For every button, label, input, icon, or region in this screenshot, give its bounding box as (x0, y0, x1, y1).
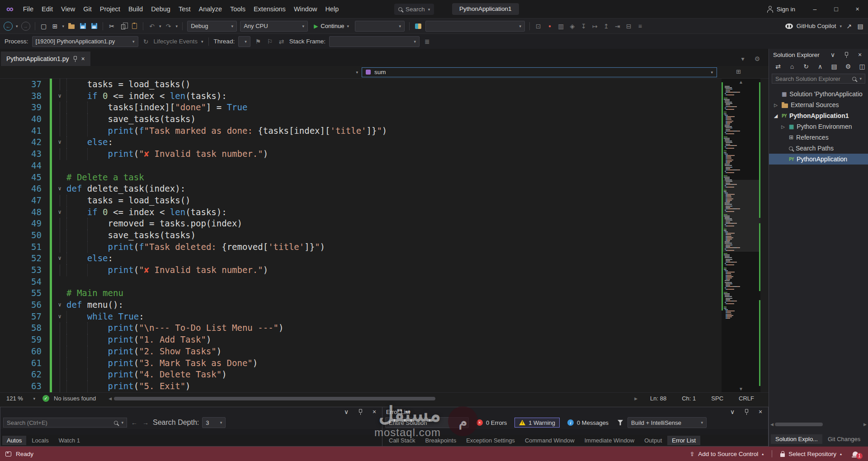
code-text[interactable]: print(f"Task marked as done: {tasks[inde… (66, 125, 719, 137)
scrollbar-thumb[interactable] (775, 423, 823, 426)
tab-pythonapplication1-py[interactable]: PythonApplication1.py × (1, 52, 90, 66)
code-line[interactable]: 59print("1. Add Task") (0, 334, 719, 346)
step-over-icon[interactable]: ↦ (591, 21, 599, 31)
notifications-button[interactable]: 1 (853, 452, 858, 456)
line-number[interactable]: 58 (0, 322, 50, 334)
expander-closed-icon[interactable]: ▷ (773, 103, 779, 108)
split-editor-icon[interactable]: ⊞ (736, 68, 741, 75)
scrollbar-thumb[interactable] (114, 397, 435, 400)
tree-item[interactable]: ▷External Sources (769, 99, 868, 110)
panel-tab-locals[interactable]: Locals (27, 436, 53, 445)
line-number[interactable]: 61 (0, 358, 50, 369)
line-number[interactable]: 40 (0, 113, 50, 125)
continue-button[interactable]: ▶ Continue ▾ (311, 23, 352, 29)
menu-test[interactable]: Test (175, 5, 195, 13)
toolbar-options-icon[interactable]: ≣ (423, 37, 431, 47)
panel-tab-output[interactable]: Output (640, 436, 666, 445)
menu-analyze[interactable]: Analyze (194, 5, 226, 13)
minimize-button[interactable]: – (804, 0, 826, 18)
panel-tab-breakpoints[interactable]: Breakpoints (421, 436, 461, 445)
code-line[interactable]: 37tasks = load_tasks() (0, 79, 719, 90)
search-forward-icon[interactable]: → (142, 418, 150, 428)
redo-dropdown-icon[interactable]: ▾ (176, 24, 178, 28)
autos-search-input[interactable]: Search (Ctrl+E) ▾ (3, 418, 127, 428)
code-text[interactable]: if 0 <= index < len(tasks): (66, 90, 719, 102)
undo-icon[interactable]: ↶ (148, 21, 156, 31)
add-item-dropdown-icon[interactable]: ▾ (62, 24, 65, 28)
stack-frame-dropdown[interactable]: ▾ (329, 36, 420, 47)
menu-build[interactable]: Build (124, 5, 147, 13)
error-source-dropdown[interactable]: Build + IntelliSense▾ (627, 417, 707, 428)
code-text[interactable]: save_tasks(tasks) (66, 113, 719, 125)
new-project-icon[interactable]: ▢ (40, 21, 48, 31)
code-text[interactable]: # Main menu (66, 287, 719, 299)
scroll-up-icon[interactable]: ▲ (722, 80, 760, 85)
code-line[interactable]: 40save_tasks(tasks) (0, 113, 719, 125)
line-number[interactable]: 56 (0, 299, 50, 311)
pin-icon[interactable] (842, 50, 850, 60)
autos-grid[interactable] (0, 429, 382, 435)
minimap-viewport[interactable] (722, 180, 760, 252)
profiler-dropdown[interactable]: ▾ (425, 21, 525, 32)
code-line[interactable]: 54 (0, 276, 719, 288)
code-line[interactable]: 43print("✘ Invalid task number.") (0, 148, 719, 160)
code-line[interactable]: 38∨if 0 <= index < len(tasks): (0, 90, 719, 102)
github-copilot-button[interactable]: GitHub Copilot ▾ (785, 23, 842, 29)
scroll-right-icon[interactable]: ▶ (863, 422, 867, 427)
code-line[interactable]: 53print("✘ Invalid task number.") (0, 264, 719, 276)
code-line[interactable]: 61print("3. Mark Task as Done") (0, 358, 719, 369)
expander-open-icon[interactable]: ◢ (773, 113, 779, 119)
sign-in-button[interactable]: Sign in (767, 6, 795, 13)
navigate-back-dropdown-icon[interactable]: ▾ (16, 24, 18, 28)
maximize-button[interactable]: □ (826, 0, 847, 18)
fold-chevron-icon[interactable]: ∨ (53, 90, 66, 102)
platform-dropdown[interactable]: Any CPU▾ (240, 21, 308, 32)
diagnostic-tools-icon[interactable]: ⊡ (534, 21, 542, 31)
tab-options-icon[interactable]: ⚙ (753, 54, 761, 64)
code-text[interactable]: # Delete a task (66, 172, 719, 183)
open-in-browser-icon[interactable]: ↗ (845, 21, 853, 31)
line-number[interactable]: 45 (0, 172, 50, 183)
toggle-suspended-threads-icon[interactable]: ⇄ (278, 37, 286, 47)
line-number[interactable]: 42 (0, 136, 50, 148)
code-text[interactable]: removed = tasks.pop(index) (66, 218, 719, 230)
line-number[interactable]: 48 (0, 207, 50, 218)
panel-tab-call-stack[interactable]: Call Stack (384, 436, 420, 445)
save-all-icon[interactable] (90, 21, 98, 31)
collapse-all-icon[interactable]: ∧ (816, 61, 824, 71)
parallel-stacks-icon[interactable]: ◈ (568, 21, 576, 31)
pin-icon[interactable] (742, 408, 750, 415)
code-line[interactable]: 42∨else: (0, 136, 719, 148)
run-to-cursor-icon[interactable]: ⇥ (613, 21, 622, 31)
menu-view[interactable]: View (57, 5, 79, 13)
code-line[interactable]: 47tasks = load_tasks() (0, 195, 719, 207)
lifecycle-events-button[interactable]: Lifecycle Events (154, 38, 198, 45)
zoom-dropdown[interactable]: 121 %▾ (4, 394, 38, 403)
horizontal-scrollbar[interactable]: ◀ ▶ (108, 396, 637, 401)
code-text[interactable]: while True: (66, 311, 719, 323)
solution-horizontal-scrollbar[interactable]: ◀ ▶ (770, 421, 867, 428)
add-item-icon[interactable]: ⊞ (51, 21, 59, 31)
menu-extensions[interactable]: Extensions (250, 5, 290, 13)
code-text[interactable]: def delete_task(index): (66, 183, 719, 195)
error-list-grid[interactable] (382, 429, 768, 435)
code-line[interactable]: 52∨else: (0, 253, 719, 264)
menu-help[interactable]: Help (321, 5, 343, 13)
messages-filter-button[interactable]: i 0 Messages (563, 418, 613, 428)
properties-icon[interactable]: ⚙ (844, 61, 852, 71)
scroll-down-icon[interactable]: ▼ (722, 386, 760, 391)
process-dropdown[interactable]: [19200] PythonApplication1.py▾ (32, 36, 138, 47)
code-line[interactable]: 45# Delete a task (0, 172, 719, 183)
tree-item[interactable]: ▦Solution 'PythonApplicatio (769, 89, 868, 99)
step-into-icon[interactable]: ↧ (580, 21, 588, 31)
add-to-source-control-button[interactable]: ⇧ Add to Source Control ▴ (689, 451, 764, 457)
immediate-window-icon[interactable]: ≡ (636, 21, 644, 31)
line-number[interactable]: 43 (0, 148, 50, 160)
code-line[interactable]: 48∨if 0 <= index < len(tasks): (0, 207, 719, 218)
line-number[interactable]: 62 (0, 369, 50, 381)
cut-icon[interactable]: ✂ (108, 21, 116, 31)
pin-tab-icon[interactable] (74, 56, 77, 60)
line-number[interactable]: 46 (0, 183, 50, 195)
panel-tab-error-list[interactable]: Error List (667, 436, 700, 445)
code-text[interactable]: print("5. Exit") (66, 381, 719, 392)
